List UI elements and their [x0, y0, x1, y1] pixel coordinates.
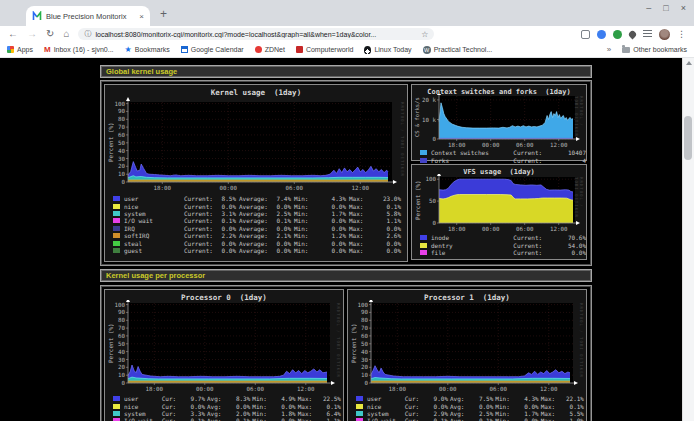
section-header-global-kernel-usage: Global kernel usage	[100, 65, 592, 78]
legend-row: userCurrent:8.5%Average:7.4%Min:4.3%Max:…	[113, 195, 407, 202]
bookmark-apps[interactable]: Apps	[7, 46, 33, 53]
bookmark-practical-technology[interactable]: WPractical Technol...	[423, 46, 493, 54]
svg-text:18:00: 18:00	[146, 386, 164, 392]
bookmark-computerworld[interactable]: Computerworld	[296, 46, 353, 53]
bookmark-bookmarks[interactable]: ★Bookmarks	[125, 46, 170, 53]
bookmark-google-calendar[interactable]: Google Calendar	[181, 46, 244, 53]
svg-text:0: 0	[365, 380, 369, 386]
svg-text:30: 30	[118, 156, 125, 162]
bookmark-inbox[interactable]: MInbox (16) - sjvn0...	[44, 46, 114, 53]
legend-swatch	[113, 196, 120, 201]
rrdtool-watermark: RRDTOOL / TOBI OETIKER	[336, 303, 341, 383]
legend-row: guestCurrent:0.0%Average:0.0%Min:0.0%Max…	[113, 247, 407, 254]
y-axis-label: Percent (%)	[107, 102, 114, 182]
processor-1-plot: 010203040506070809010018:0000:0006:0012:…	[349, 300, 585, 393]
rrdtool-watermark: RRDTOOL / TOBI OETIKER	[574, 96, 584, 139]
svg-text:06:00: 06:00	[516, 226, 534, 232]
extension-icon-2[interactable]	[597, 30, 606, 39]
zdnet-icon	[255, 46, 262, 53]
legend-row: niceCur:0.0%Avg:0.0%Min:0.0%Max:0.1%	[113, 402, 343, 409]
processor-0-graph[interactable]: Processor 0 (1day) Percent (%) 010203040…	[104, 289, 344, 421]
extension-icon-1[interactable]	[581, 30, 590, 39]
graph-title: Processor 1 (1day)	[348, 290, 586, 300]
vfs-usage-graph[interactable]: VFS usage (1day) Percent (%) 05010018:00…	[411, 164, 587, 260]
svg-text:30: 30	[361, 357, 368, 363]
svg-text:70: 70	[118, 325, 125, 331]
new-tab-button[interactable]: +	[160, 8, 167, 20]
apps-grid-icon	[7, 46, 14, 53]
scrollbar-thumb[interactable]	[684, 116, 692, 160]
y-axis-label: Percent (%)	[350, 303, 357, 383]
star-icon: ★	[125, 46, 132, 53]
scrollbar-up-icon[interactable]	[686, 61, 692, 65]
svg-text:100: 100	[115, 101, 126, 107]
svg-text:30: 30	[118, 357, 125, 363]
context-switches-graph[interactable]: Context switches and forks (1day) CS & f…	[411, 84, 587, 161]
svg-text:70: 70	[361, 325, 368, 331]
legend-swatch	[113, 404, 120, 409]
svg-text:00:00: 00:00	[220, 185, 238, 191]
back-icon[interactable]: ←	[8, 29, 18, 39]
svg-text:06:00: 06:00	[247, 386, 265, 392]
extension-pin-icon[interactable]	[628, 29, 638, 39]
legend-swatch	[113, 411, 120, 416]
bookmarks-overflow-icon[interactable]: »	[607, 45, 611, 54]
calendar-icon	[181, 46, 188, 53]
folder-icon	[622, 47, 630, 53]
svg-text:100: 100	[426, 176, 437, 182]
legend-swatch	[113, 241, 120, 246]
processor-1-graph[interactable]: Processor 1 (1day) Percent (%) 010203040…	[347, 289, 587, 421]
svg-text:80: 80	[118, 116, 125, 122]
browser-menu-icon[interactable]: ⋮	[677, 29, 686, 39]
forward-icon: →	[27, 29, 37, 39]
legend-row: softIRQCurrent:2.2%Average:2.1%Min:1.2%M…	[113, 232, 407, 239]
legend-swatch	[113, 204, 120, 209]
browser-tab-strip: Blue Precision Monitorix × + – □ ×	[0, 0, 694, 26]
browser-tab[interactable]: Blue Precision Monitorix ×	[26, 6, 150, 26]
svg-text:0: 0	[122, 380, 126, 386]
bookmark-linux-today[interactable]: Linux Today	[364, 46, 411, 54]
rrdtool-watermark: RRDTOOL / TOBI OETIKER	[400, 102, 405, 182]
svg-text:12:00: 12:00	[550, 226, 568, 232]
svg-text:18:00: 18:00	[448, 226, 466, 232]
other-bookmarks[interactable]: Other bookmarks	[622, 46, 687, 53]
legend-swatch	[356, 411, 363, 416]
extension-list-icon[interactable]	[643, 30, 652, 38]
svg-text:40: 40	[118, 148, 125, 154]
window-maximize-button[interactable]: □	[663, 3, 668, 13]
extension-icon-3[interactable]	[613, 30, 622, 39]
tab-title: Blue Precision Monitorix	[46, 12, 135, 21]
profile-avatar[interactable]	[659, 29, 670, 40]
window-minimize-button[interactable]: –	[646, 3, 651, 13]
svg-text:18:00: 18:00	[154, 185, 172, 191]
svg-text:06:00: 06:00	[490, 386, 508, 392]
address-bar[interactable]: ⓘ localhost:8080/monitorix-cgi/monitorix…	[78, 28, 434, 40]
svg-text:10: 10	[118, 171, 125, 177]
svg-text:00:00: 00:00	[439, 386, 457, 392]
svg-text:10: 10	[118, 372, 125, 378]
kernel-usage-graph[interactable]: Kernel usage (1day) Percent (%) 01020304…	[104, 84, 408, 262]
bookmark-zdnet[interactable]: ZDNet	[255, 46, 285, 53]
graph-title: Context switches and forks (1day)	[412, 85, 586, 94]
tab-close-icon[interactable]: ×	[139, 12, 144, 21]
legend-row: Context switchesCurrent:10407	[420, 149, 586, 156]
legend-swatch	[420, 150, 427, 155]
home-icon[interactable]: ⌂	[63, 29, 69, 39]
bookmark-star-icon[interactable]: ☆	[421, 30, 428, 39]
page-scrollbar[interactable]	[682, 58, 694, 421]
svg-text:40: 40	[361, 349, 368, 355]
url-text[interactable]: localhost:8080/monitorix-cgi/monitorix.c…	[95, 31, 417, 38]
y-axis-label: Percent (%)	[107, 303, 114, 383]
section-header-kernel-usage-per-processor: Kernel usage per processor	[100, 269, 592, 282]
page-info-icon[interactable]: ⓘ	[84, 29, 91, 39]
kernel-usage-plot: 010203040506070809010018:0000:0006:0012:…	[106, 97, 406, 193]
svg-text:18:00: 18:00	[389, 386, 407, 392]
reload-icon[interactable]: ↻	[46, 29, 54, 39]
svg-text:00:00: 00:00	[482, 142, 500, 147]
svg-text:90: 90	[118, 309, 125, 315]
svg-text:60: 60	[118, 132, 125, 138]
graph-title: Processor 0 (1day)	[105, 290, 343, 300]
window-close-button[interactable]: ×	[681, 3, 686, 13]
legend-row: userCur:9.0%Avg:7.5%Min:4.3%Max:22.1%	[356, 395, 586, 402]
svg-text:00:00: 00:00	[196, 386, 214, 392]
